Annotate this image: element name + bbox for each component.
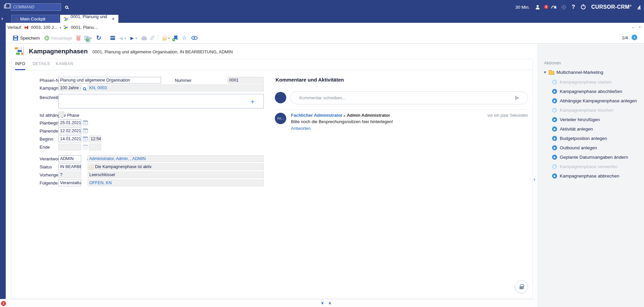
action-geplante-datumsangaben-aendern[interactable]: Geplante Datumsangaben ändern	[552, 155, 628, 160]
beginn-calendar-icon[interactable]	[83, 137, 88, 141]
action-label: Geplante Datumsangaben ändern	[560, 155, 628, 160]
action-outbound-anlegen[interactable]: Outbound anlegen	[552, 145, 597, 150]
ist-abhaengige-phase-checkbox[interactable]	[58, 112, 64, 117]
action-kampagnenphase-abschliessen[interactable]: Kampagnenphase abschließen	[552, 89, 622, 94]
bookmark-add-icon[interactable]: +	[174, 36, 178, 40]
action-label: Kampagnenphase verwerfen	[560, 164, 618, 169]
folgende-phase-key-input[interactable]: Veranstaltu	[58, 180, 81, 186]
tab-kanban[interactable]: KANBAN	[56, 61, 73, 69]
action-verteiler-hinzufuegen[interactable]: Verteiler hinzufügen	[552, 117, 600, 122]
field-label-planende: Planende	[40, 129, 58, 134]
planende-input[interactable]: 12.02.2021	[58, 127, 81, 134]
previous-record-icon[interactable]: ◀	[119, 36, 123, 41]
watch-eye-icon[interactable]	[191, 36, 198, 40]
breadcrumb-item-phase[interactable]: 0001, Planu...	[71, 25, 98, 30]
print-icon[interactable]	[142, 37, 147, 40]
actions-group[interactable]: ▼ Multichannel-Marketing	[543, 70, 603, 75]
tree-collapse-icon[interactable]: ▼	[543, 70, 547, 74]
action-kampagnenphase-abbrechen[interactable]: Kampagnenphase abbrechen	[552, 173, 619, 178]
verantwortlich-link-field[interactable]: Administrator, Admin, , ADMIN	[88, 155, 264, 162]
comments-divider	[275, 109, 528, 110]
tab-info[interactable]: INFO	[15, 61, 25, 70]
tab-close-icon[interactable]: ✕	[112, 17, 115, 21]
footer-bar: ∨ ∧	[0, 299, 537, 307]
help-icon[interactable]: ?	[572, 4, 575, 10]
copy-record-icon[interactable]	[85, 36, 88, 40]
kampagne-lookup-icon[interactable]	[83, 87, 86, 90]
comment-author-avatar: FA...	[275, 113, 286, 124]
breadcrumb: Verlauf: 0003, 100 J... › 0001, Planu...…	[6, 23, 644, 33]
planbeginn-input[interactable]: 25.01.2021	[58, 119, 81, 126]
ende-calendar-icon	[83, 145, 88, 149]
breadcrumb-prefix: Verlauf:	[7, 25, 22, 30]
folgende-phase-link-field[interactable]: OFFEN, KN	[88, 180, 264, 186]
beschreibung-textarea[interactable]	[58, 94, 264, 108]
sidebar-expand-icon[interactable]: ›	[1, 15, 3, 21]
play-icon	[552, 126, 557, 132]
ende-datum-field	[58, 144, 81, 150]
new-record-icon[interactable]: +	[44, 36, 49, 41]
comment-input[interactable]: Kommentar schreiben...	[290, 91, 528, 104]
field-label-ende: Ende	[40, 145, 50, 150]
tab-label: Mein Cockpit	[20, 16, 45, 21]
comment-reply-link[interactable]: Antworten	[291, 126, 311, 131]
lock-fab-button[interactable]	[515, 280, 528, 293]
breadcrumb-item-campaign[interactable]: 0003, 100 J...	[31, 25, 57, 30]
command-input[interactable]: COMMAND	[11, 3, 61, 11]
search-icon[interactable]	[65, 6, 68, 9]
app-cube-icon[interactable]	[4, 5, 8, 8]
kampagne-link-field[interactable]: KN, 0003	[88, 85, 264, 91]
collapse-down-icon[interactable]: ∨	[321, 301, 324, 305]
action-label: Budgetposition anlegen	[560, 136, 607, 141]
planende-calendar-icon[interactable]	[83, 129, 88, 133]
field-label-beginn: Beginn	[40, 137, 53, 142]
redo-icon[interactable]	[551, 6, 556, 8]
delete-icon[interactable]	[77, 37, 80, 41]
play-icon	[552, 145, 557, 150]
new-record-button[interactable]: Neuanlage	[51, 36, 72, 41]
next-record-icon[interactable]: ▶	[131, 36, 134, 41]
refresh-icon[interactable]: ↻	[96, 35, 101, 41]
move-cross-icon[interactable]: +	[251, 98, 254, 105]
action-budgetposition-anlegen[interactable]: Budgetposition anlegen	[552, 136, 607, 141]
tab-kampagnenphase[interactable]: 0001, Planung und ... ✕	[60, 15, 118, 23]
comment-author-link[interactable]: Fachlicher Administrator	[291, 113, 342, 118]
panel-expander-icon[interactable]: ›	[534, 176, 535, 182]
send-comment-icon[interactable]	[515, 96, 519, 100]
planbeginn-calendar-icon[interactable]	[83, 120, 88, 125]
vorherige-phase-key-field: ?	[58, 171, 81, 178]
action-aktivitaet-anlegen[interactable]: Aktivität anlegen	[552, 126, 593, 132]
user-icon[interactable]	[535, 5, 540, 9]
status-key-input[interactable]: IN BEARBEI	[58, 163, 81, 170]
save-icon[interactable]	[13, 36, 18, 41]
comments-heading: Kommentare und Aktivitäten	[276, 77, 344, 83]
attachment-icon[interactable]	[150, 35, 154, 40]
tab-mein-cockpit[interactable]: ⌂ Mein Cockpit	[11, 15, 59, 23]
tab-details[interactable]: DETAILS	[33, 61, 50, 69]
brand-trademark: ®	[630, 4, 632, 7]
next-dropdown-icon[interactable]: ▾	[136, 36, 137, 40]
favorite-star-icon[interactable]: ☆	[182, 35, 187, 41]
action-abhaengige-kampagnenphase-anlegen[interactable]: Abhängige Kampagnenphase anlegen	[552, 98, 637, 103]
status-active-icon: ✓	[89, 165, 94, 170]
menu-icon[interactable]	[110, 36, 115, 40]
history-back-icon[interactable]: ←	[631, 24, 636, 30]
globe-icon[interactable]	[561, 5, 566, 9]
verantwortlich-key-input[interactable]: ADMIN	[58, 155, 81, 162]
save-button[interactable]: Speichern	[20, 36, 40, 41]
collapse-up-icon[interactable]: ∧	[328, 301, 332, 305]
error-count-badge[interactable]: 2	[1, 301, 6, 306]
info-icon[interactable]: i	[632, 35, 637, 40]
lock-icon[interactable]	[162, 38, 166, 41]
gantt-icon	[63, 25, 68, 30]
lock-dropdown-icon[interactable]: ▾	[168, 36, 170, 40]
logout-icon[interactable]	[581, 5, 586, 9]
status-text: Die Kampagnenphase ist aktiv	[95, 164, 152, 169]
beginn-datum-input[interactable]: 14.01.2021	[58, 136, 81, 142]
history-dropdown-icon[interactable]: ▾	[639, 25, 641, 29]
kampagnenphase-entity-icon	[15, 47, 24, 55]
previous-dropdown-icon[interactable]: ▾	[125, 36, 126, 40]
home-icon: ⌂	[15, 17, 18, 21]
phasen-name-input[interactable]: Planung und allgemeine Organisation	[58, 77, 161, 84]
lock-icon	[519, 286, 524, 289]
